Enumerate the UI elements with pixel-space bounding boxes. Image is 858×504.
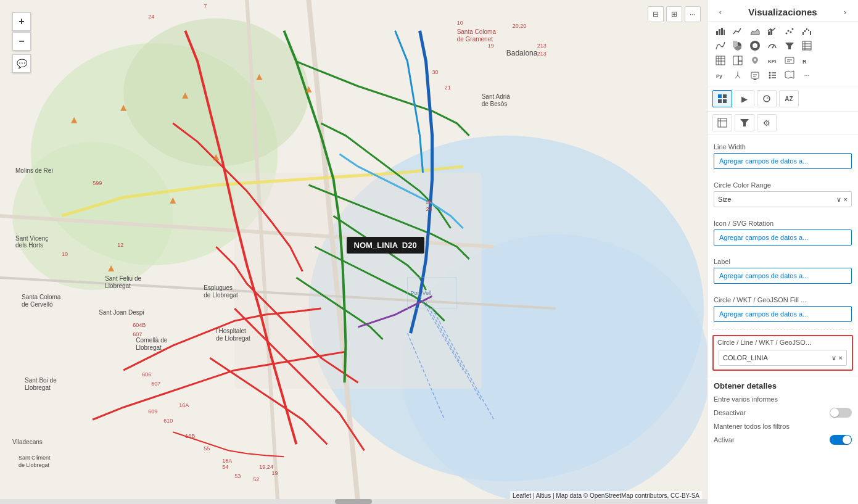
filter-map-button[interactable]: ⊟ xyxy=(648,6,664,22)
svg-text:Llobregat: Llobregat xyxy=(136,344,162,351)
add-field-btn-3[interactable]: Agregar campos de datos a... xyxy=(714,268,852,284)
viz-icon-gauge[interactable] xyxy=(764,39,780,52)
svg-rect-108 xyxy=(738,56,742,61)
attribution-text: Leaflet | Altius | Map data © OpenStreet… xyxy=(513,492,699,499)
viz-icon-bar[interactable] xyxy=(712,24,728,38)
more-map-button[interactable]: ··· xyxy=(685,6,701,22)
analytics-icon[interactable] xyxy=(757,90,777,107)
second-action-icons: ⚙ xyxy=(707,112,858,134)
viz-icon-funnel[interactable] xyxy=(782,39,798,52)
svg-rect-132 xyxy=(718,99,722,103)
viz-icon-table[interactable] xyxy=(799,39,815,52)
viz-icon-paginated[interactable] xyxy=(764,68,780,82)
viz-icon-ribbon[interactable] xyxy=(712,39,728,52)
gear-icon-btn[interactable]: ⚙ xyxy=(757,114,777,131)
expand-map-button[interactable]: ⊞ xyxy=(666,6,682,22)
viz-icon-waterfall[interactable] xyxy=(799,24,815,38)
map-viz-icon[interactable] xyxy=(712,90,732,107)
sidebar-nav-right[interactable]: › xyxy=(839,6,851,17)
svg-text:610: 610 xyxy=(163,418,173,424)
viz-icon-qna[interactable]: R xyxy=(799,54,815,67)
svg-point-94 xyxy=(751,42,759,49)
size-dropdown-arrow: ∨ xyxy=(836,196,841,204)
svg-text:Port Vell: Port Vell xyxy=(411,290,432,296)
viz-icon-area[interactable] xyxy=(747,24,763,38)
viz-icon-map2[interactable] xyxy=(782,68,798,82)
color-close-btn[interactable]: × xyxy=(839,354,843,361)
sidebar-nav-left[interactable]: ‹ xyxy=(715,6,726,17)
svg-text:Sant Feliu de: Sant Feliu de xyxy=(105,275,141,282)
svg-text:607: 607 xyxy=(133,331,142,337)
scrollbar-thumb[interactable] xyxy=(335,499,372,504)
svg-text:10: 10 xyxy=(457,20,463,26)
svg-point-86 xyxy=(788,30,790,32)
svg-text:213: 213 xyxy=(537,51,547,57)
viz-icon-more[interactable]: ··· xyxy=(799,68,815,82)
viz-icon-treemap[interactable] xyxy=(730,54,746,67)
svg-text:21: 21 xyxy=(445,85,451,91)
map-container[interactable]: Badalona Sant Adrià de Besòs Molins de R… xyxy=(0,0,707,504)
svg-text:26: 26 xyxy=(426,199,432,205)
az-sort-icon[interactable]: AZ xyxy=(779,90,799,107)
add-field-btn-4[interactable]: Agregar campos de datos a... xyxy=(714,306,852,322)
viz-icon-donut[interactable] xyxy=(747,39,763,52)
color-linia-dropdown-wrapper: COLOR_LINIA ∨ × xyxy=(716,350,849,366)
add-field-btn-1[interactable]: Agregar campos de datos a... xyxy=(714,153,852,169)
viz-icon-narrative[interactable] xyxy=(747,68,763,82)
size-close-btn[interactable]: × xyxy=(844,196,848,203)
circle-line-section-wrapper: Circle / Line / WKT / GeoJSO... COLOR_LI… xyxy=(707,330,858,376)
viz-icon-scatter[interactable] xyxy=(782,24,798,38)
svg-text:l'Hospitalet: l'Hospitalet xyxy=(216,328,246,334)
map-top-buttons: ⊟ ⊞ ··· xyxy=(648,6,701,22)
svg-rect-109 xyxy=(738,61,742,65)
zoom-in-button[interactable]: + xyxy=(12,12,31,31)
svg-rect-91 xyxy=(806,28,807,30)
sidebar-header: ‹ Visualizaciones › xyxy=(707,0,858,22)
viz-icon-pie[interactable] xyxy=(730,39,746,52)
svg-marker-138 xyxy=(740,119,749,126)
viz-icon-matrix[interactable] xyxy=(712,54,728,67)
activar-row: Activar xyxy=(714,435,852,445)
circle-color-range-section: Circle Color Range Size ∨ × xyxy=(707,176,858,215)
svg-text:30: 30 xyxy=(432,69,439,75)
zoom-out-button[interactable]: − xyxy=(12,32,31,51)
svg-rect-93 xyxy=(810,31,811,35)
play-icon-btn[interactable]: ▶ xyxy=(735,90,754,107)
activar-toggle[interactable] xyxy=(830,435,852,445)
map-scrollbar[interactable] xyxy=(0,499,707,504)
chat-button[interactable]: 💬 xyxy=(12,54,31,73)
svg-text:55: 55 xyxy=(204,445,210,452)
svg-text:10: 10 xyxy=(62,251,68,257)
svg-text:Badalona: Badalona xyxy=(506,49,538,57)
viz-icon-combo[interactable] xyxy=(764,24,780,38)
mantener-todos-label: Mantener todos los filtros xyxy=(714,423,790,430)
svg-rect-120 xyxy=(751,72,759,78)
add-field-btn-2[interactable]: Agregar campos de datos a... xyxy=(714,229,852,246)
filter-icon-btn[interactable] xyxy=(735,114,754,131)
svg-text:Py: Py xyxy=(716,73,722,79)
desactivar-row: Desactivar xyxy=(714,408,852,418)
svg-rect-133 xyxy=(723,99,727,103)
svg-text:16A: 16A xyxy=(222,458,232,464)
svg-text:53: 53 xyxy=(234,473,241,479)
table-icon-btn[interactable] xyxy=(712,114,732,131)
viz-icon-decomp[interactable] xyxy=(730,68,746,82)
size-dropdown[interactable]: Size ∨ × xyxy=(714,191,852,207)
viz-icon-line[interactable] xyxy=(730,24,746,38)
circle-line-wkt-label: Circle / Line / WKT / GeoJSO... xyxy=(714,336,852,349)
svg-text:19: 19 xyxy=(488,43,494,49)
map-controls: + − 💬 xyxy=(12,12,31,73)
viz-icon-python[interactable]: Py xyxy=(712,68,728,82)
viz-icon-card[interactable] xyxy=(782,54,798,67)
color-linia-dropdown[interactable]: COLOR_LINIA ∨ × xyxy=(719,350,847,366)
viz-icon-kpi[interactable]: KPI xyxy=(764,54,780,67)
circle-line-highlighted-box: Circle / Line / WKT / GeoJSO... COLOR_LI… xyxy=(712,335,853,371)
desactivar-toggle[interactable] xyxy=(830,408,852,418)
svg-marker-82 xyxy=(751,29,759,35)
svg-point-87 xyxy=(790,31,792,33)
viz-icon-map[interactable] xyxy=(747,54,763,67)
svg-text:Santa Coloma: Santa Coloma xyxy=(457,28,497,35)
svg-text:213: 213 xyxy=(537,43,547,49)
svg-rect-112 xyxy=(785,57,794,64)
circle-wkt-fill-label: Circle / WKT / GeoJSON Fill ... xyxy=(714,296,852,304)
